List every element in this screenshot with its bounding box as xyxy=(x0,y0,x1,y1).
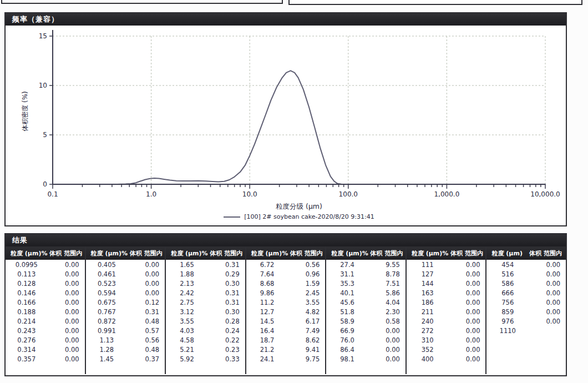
results-table: 粒度 (μm)% 体积 范围内0.09950.000.1130.000.1280… xyxy=(6,246,566,374)
pct-cell: 0.00 xyxy=(448,261,485,269)
pct-cell: 8.62 xyxy=(288,336,325,344)
table-row: 0.1460.00 xyxy=(6,288,85,298)
table-row: 0.2430.00 xyxy=(6,326,85,335)
table-row: 0.1280.00 xyxy=(6,279,85,288)
table-row xyxy=(486,335,566,345)
chart-body: 0.11.010.0100.01,000.010,000.0051015 体积密… xyxy=(6,26,566,223)
pct-cell: 0.30 xyxy=(208,280,245,288)
table-row: 76.00.00 xyxy=(326,335,405,345)
table-row: 31.18.78 xyxy=(326,269,405,279)
column-header-pct: % 体积 范围内 xyxy=(362,249,407,258)
pct-cell: 0.00 xyxy=(128,289,165,297)
size-cell: 1.88 xyxy=(166,270,208,278)
pct-cell: 0.00 xyxy=(448,289,485,297)
table-row: 24.19.75 xyxy=(246,354,326,364)
pct-cell: 0.22 xyxy=(208,336,245,344)
table-row: 2.130.30 xyxy=(166,279,245,288)
results-panel: 结果 粒度 (μm)% 体积 范围内0.09950.000.1130.000.1… xyxy=(4,233,567,376)
size-cell: 1110 xyxy=(486,327,529,335)
column-header-pct: % 体积 范围内 xyxy=(442,249,487,258)
size-cell: 27.4 xyxy=(326,261,368,269)
size-cell: 2.13 xyxy=(166,280,208,288)
pct-cell: 0.00 xyxy=(448,327,485,335)
table-row: 1.130.56 xyxy=(86,335,165,345)
pct-cell: 9.55 xyxy=(368,261,405,269)
pct-cell: 0.12 xyxy=(128,299,165,306)
size-cell: 0.166 xyxy=(6,299,48,306)
pct-cell: 0.00 xyxy=(529,318,566,325)
pct-cell: 0.00 xyxy=(368,336,405,344)
pct-cell: 8.78 xyxy=(368,270,405,278)
table-row: 58.90.58 xyxy=(326,316,405,326)
table-column-group: 粒度 (μm)% 体积 范围内0.09950.000.1130.000.1280… xyxy=(6,246,86,374)
size-cell: 352 xyxy=(407,346,449,354)
table-row: 0.1130.00 xyxy=(6,269,85,279)
table-row: 0.6750.12 xyxy=(86,298,165,307)
pct-cell: 0.00 xyxy=(529,270,566,278)
pct-cell: 0.00 xyxy=(48,308,85,316)
pct-cell: 2.30 xyxy=(368,308,405,316)
size-cell: 11.2 xyxy=(246,299,288,306)
size-cell: 3.12 xyxy=(166,308,208,316)
table-row: 2720.00 xyxy=(407,326,486,335)
table-row: 18.78.62 xyxy=(246,335,326,345)
results-panel-header: 结果 xyxy=(6,234,566,246)
top-panel-remnant-left xyxy=(1,0,283,4)
table-row: 1.280.48 xyxy=(86,345,165,354)
frequency-curve xyxy=(53,70,545,184)
pct-cell: 9.75 xyxy=(288,355,325,363)
size-cell: 98.1 xyxy=(326,355,368,363)
table-row: 0.4050.00 xyxy=(86,260,165,269)
pct-cell: 0.37 xyxy=(128,355,165,363)
size-cell: 1.13 xyxy=(86,336,128,344)
table-row: 1860.00 xyxy=(407,298,486,307)
pct-cell: 0.00 xyxy=(529,299,566,306)
frequency-line-chart: 0.11.010.0100.01,000.010,000.0051015 xyxy=(6,26,564,200)
table-row: 3100.00 xyxy=(407,335,486,345)
pct-cell: 4.82 xyxy=(288,308,325,316)
pct-cell: 0.00 xyxy=(48,299,85,306)
x-tick-label: 0.1 xyxy=(47,190,58,198)
table-column-header: 粒度 (μm)% 体积 范围内 xyxy=(326,246,405,260)
pct-cell: 0.00 xyxy=(128,261,165,269)
pct-cell: 0.00 xyxy=(48,355,85,363)
pct-cell: 1.59 xyxy=(288,280,325,288)
pct-cell: 0.96 xyxy=(288,270,325,278)
table-row: 9760.00 xyxy=(486,316,566,326)
table-row: 0.4610.00 xyxy=(86,269,165,279)
size-cell: 14.5 xyxy=(246,318,288,325)
size-cell: 4.58 xyxy=(166,336,208,344)
pct-cell: 0.24 xyxy=(208,327,245,335)
table-row: 2.750.31 xyxy=(166,298,245,307)
size-cell: 35.3 xyxy=(326,280,368,288)
pct-cell: 0.56 xyxy=(128,336,165,344)
pct-cell: 7.49 xyxy=(288,327,325,335)
pct-cell: 0.31 xyxy=(208,261,245,269)
column-header-size: 粒度 (μm) xyxy=(6,249,41,258)
pct-cell: 7.51 xyxy=(368,280,405,288)
size-cell: 7.64 xyxy=(246,270,288,278)
y-axis-label: 体积密度 (%) xyxy=(21,70,30,153)
size-cell: 163 xyxy=(407,289,449,297)
size-cell: 40.1 xyxy=(326,289,368,297)
size-cell: 86.4 xyxy=(326,346,368,354)
y-tick-label: 0 xyxy=(43,180,47,188)
size-cell: 0.357 xyxy=(6,355,48,363)
size-cell: 0.314 xyxy=(6,346,48,354)
table-row: 1110.00 xyxy=(407,260,486,269)
table-column-header: 粒度 (μm)% 体积 范围内 xyxy=(246,246,326,260)
table-row: 1.880.29 xyxy=(166,269,245,279)
size-cell: 0.146 xyxy=(6,289,48,297)
pct-cell: 6.17 xyxy=(288,318,325,325)
pct-cell: 0.31 xyxy=(208,289,245,297)
column-header-size: 粒度 (μm) xyxy=(86,249,121,258)
pct-cell: 3.55 xyxy=(288,299,325,306)
table-row: 0.5230.00 xyxy=(86,279,165,288)
pct-cell: 0.30 xyxy=(208,308,245,316)
size-cell: 2.42 xyxy=(166,289,208,297)
table-row: 1270.00 xyxy=(407,269,486,279)
size-cell: 127 xyxy=(407,270,449,278)
x-axis-label: 粒度分级 (μm) xyxy=(53,202,545,211)
table-row: 21.29.41 xyxy=(246,345,326,354)
table-row: 0.2140.00 xyxy=(6,316,85,326)
